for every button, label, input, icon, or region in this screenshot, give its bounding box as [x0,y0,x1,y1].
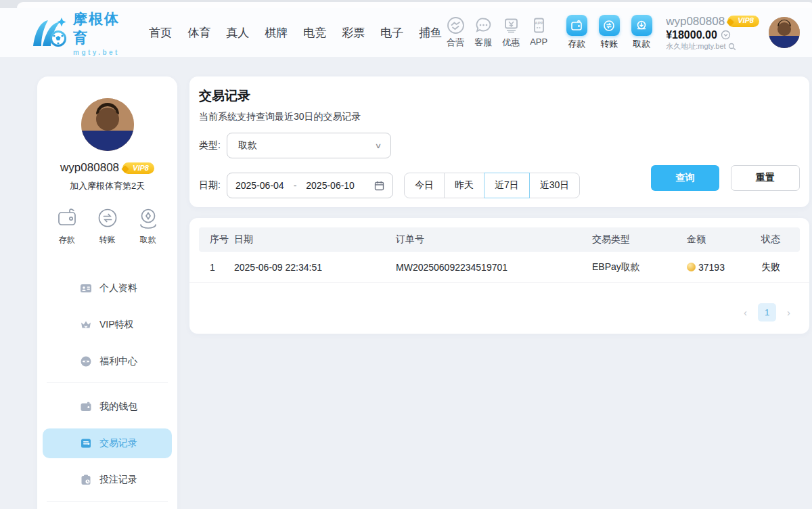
col-date: 日期 [234,234,396,246]
deposit-button[interactable]: 存款 [563,15,590,50]
nav-item-cards[interactable]: 棋牌 [265,25,288,41]
withdraw-button[interactable]: 取款 [628,15,655,50]
welfare-icon [80,355,92,368]
transfer-icon [95,206,120,230]
nav-item-esports[interactable]: 电竞 [303,25,326,41]
table-row: 1 2025-06-09 22:34:51 MW2025060922345197… [189,252,809,283]
sidebar-item-betting[interactable]: 投注记录 [37,462,177,498]
cell-date: 2025-06-09 22:34:51 [234,262,396,273]
transfer-label: 转账 [600,38,618,50]
type-select-value: 取款 [238,139,376,152]
logo-title: 摩根体育 [73,9,129,47]
balance-value: ¥18000.00 [666,28,717,42]
logo-text: 摩根体育 mgty.bet [73,9,129,56]
logo-subtitle: mgty.bet [73,49,129,56]
col-order-no: 订单号 [396,234,592,246]
sidebar-item-profile[interactable]: 个人资料 [37,270,177,307]
sidebar-avatar[interactable] [81,98,134,151]
site-logo[interactable]: 摩根体育 mgty.bet [31,9,129,56]
sidebar-item-welfare[interactable]: 福利中心 [37,343,177,380]
transfer-icon [599,15,620,36]
top-navbar: 摩根体育 mgty.bet 首页 体育 真人 棋牌 电竞 彩票 电子 捕鱼 合营 [0,8,812,57]
sidebar-withdraw-button[interactable]: 取款 [136,206,160,246]
cell-type: EBPay取款 [592,261,687,273]
filter-actions: 查询 重置 [651,165,800,191]
user-avatar[interactable] [769,17,800,48]
type-select[interactable]: 取款 ∨ [227,133,391,158]
customer-service-label: 客服 [474,37,492,49]
promo-label: 优惠 [502,37,520,49]
promo-button[interactable]: 优惠 [497,16,524,49]
cell-amount: 37193 [687,262,761,273]
range-7days-button[interactable]: 近7日 [484,173,530,198]
nav-item-sports[interactable]: 体育 [187,25,210,41]
partner-button[interactable]: 合营 [442,16,469,49]
date-separator: - [294,180,297,191]
app-icon: APP [530,16,548,35]
page-subtitle: 当前系统支持查询最近30日的交易记录 [199,111,800,123]
balance-refresh-icon[interactable] [721,30,731,40]
main-nav: 首页 体育 真人 棋牌 电竞 彩票 电子 捕鱼 [149,25,442,41]
reset-button[interactable]: 重置 [731,165,800,191]
sidebar-item-label: 福利中心 [99,355,137,368]
nav-item-home[interactable]: 首页 [149,25,172,41]
sidebar-deposit-button[interactable]: 存款 [55,206,79,246]
app-download-button[interactable]: APP APP [525,16,552,49]
range-30days-button[interactable]: 近30日 [529,173,581,198]
gem-icon: ◆ [122,163,129,173]
prev-page-icon[interactable]: ‹ [744,307,747,317]
sidebar-vip-badge: ◆ VIP8 [122,162,154,174]
gem-icon: ◆ [727,16,734,27]
customer-service-icon [474,16,493,35]
sidebar-item-label: 投注记录 [99,474,137,486]
partner-label: 合营 [447,37,464,49]
filter-panel: 交易记录 当前系统支持查询最近30日的交易记录 类型: 取款 ∨ 日期: 202… [189,76,809,207]
vip-badge: ◆ VIP8 [727,16,759,27]
range-yesterday-button[interactable]: 昨天 [444,173,484,198]
user-info[interactable]: wyp080808 ◆ VIP8 ¥18000.00 永久地址:mgty.bet [666,14,759,51]
col-type: 交易类型 [592,234,687,246]
deposit-label: 存款 [568,38,585,50]
nav-item-lottery[interactable]: 彩票 [342,25,365,41]
sidebar-deposit-label: 存款 [59,234,75,246]
sidebar-transfer-label: 转账 [99,234,116,246]
range-today-button[interactable]: 今日 [404,173,445,198]
records-table-panel: 序号 日期 订单号 交易类型 金额 状态 1 2025-06-09 22:34:… [189,218,809,334]
sidebar-item-transactions[interactable]: 交易记录 [37,425,177,462]
cell-order-no: MW202506092234519701 [396,262,592,273]
withdraw-icon [136,206,160,230]
vip-badge-label: VIP8 [738,16,754,26]
deposit-icon [566,15,587,36]
col-amount: 金额 [687,234,761,246]
nav-item-fishing[interactable]: 捕鱼 [419,25,442,41]
sidebar-vip-label: VIP8 [133,164,149,172]
date-range-input[interactable]: 2025-06-04 - 2025-06-10 [227,173,393,198]
navbar-right: 合营 客服 [442,14,800,51]
calendar-icon [374,181,384,191]
date-start-value: 2025-06-04 [235,180,284,191]
sidebar-item-vip[interactable]: VIP特权 [37,307,177,343]
next-page-icon[interactable]: › [787,307,790,317]
page-title: 交易记录 [199,87,800,105]
sidebar: wyp080808 ◆ VIP8 加入摩根体育第2天 存款 [37,76,177,509]
page-number-button[interactable]: 1 [758,303,776,322]
sidebar-withdraw-label: 取款 [140,234,156,246]
nav-item-live[interactable]: 真人 [226,25,249,41]
divider [47,501,168,502]
search-button[interactable]: 查询 [651,165,719,191]
browser-strip [0,0,812,8]
nav-item-slots[interactable]: 电子 [380,25,403,41]
vip-icon [80,319,92,331]
sidebar-transfer-button[interactable]: 转账 [95,206,120,246]
sidebar-item-label: 个人资料 [99,282,137,294]
wallet-icon [80,401,92,413]
sidebar-username: wyp080808 [60,161,119,175]
sidebar-item-wallet[interactable]: 我的钱包 [37,389,177,425]
customer-service-button[interactable]: 客服 [470,16,497,49]
table-header-row: 序号 日期 订单号 交易类型 金额 状态 [199,227,800,252]
transfer-button[interactable]: 转账 [595,15,623,50]
profile-icon [80,282,92,294]
app-label: APP [530,37,547,47]
sidebar-item-label: 我的钱包 [99,401,137,413]
search-icon[interactable] [728,43,736,51]
